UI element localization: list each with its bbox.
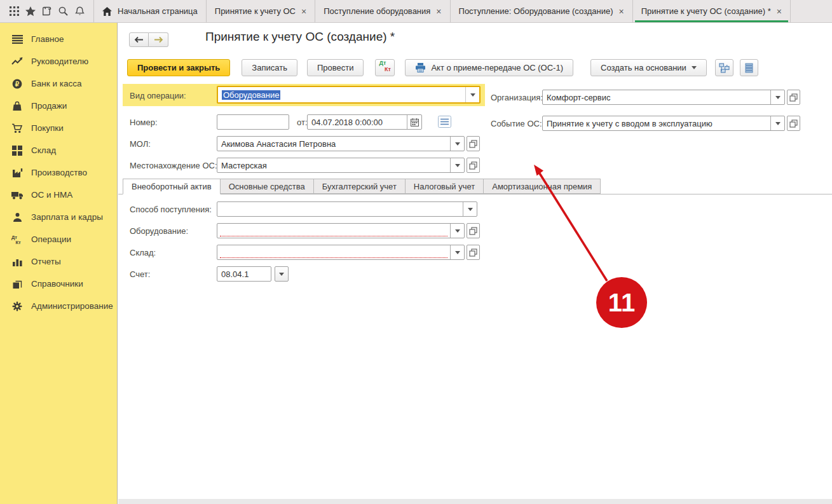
favorites-star-icon[interactable]	[24, 5, 37, 18]
sidebar-item-bank-cash[interactable]: ₽ Банк и касса	[0, 72, 117, 95]
organization-field[interactable]: Комфорт-сервис	[542, 90, 785, 105]
sidebar-item-fixed-assets[interactable]: ОС и НМА	[0, 184, 117, 206]
home-icon	[102, 7, 112, 16]
date-field[interactable]: 04.07.2018 0:00:00	[307, 114, 422, 130]
dropdown-button[interactable]	[450, 224, 464, 238]
printer-icon	[415, 63, 426, 72]
tab-fixed-assets[interactable]: Основные средства	[220, 179, 314, 194]
tab-accounting[interactable]: Бухгалтерский учет	[313, 179, 406, 194]
annotation-arrowhead	[534, 165, 543, 176]
sidebar-item-directories[interactable]: Справочники	[0, 273, 117, 295]
kt-label: Кт	[385, 66, 391, 72]
gear-icon	[10, 301, 24, 312]
sidebar-item-label: Производство	[31, 168, 87, 177]
tab-acceptance-list[interactable]: Принятие к учету ОС ×	[207, 0, 315, 22]
svg-text:₽: ₽	[15, 80, 20, 87]
tab-tax-accounting[interactable]: Налоговый учет	[405, 179, 484, 194]
receipt-method-field[interactable]	[217, 201, 477, 217]
dropdown-button[interactable]	[450, 158, 464, 172]
close-icon[interactable]: ×	[301, 6, 306, 17]
sidebar-item-main[interactable]: Главное	[0, 28, 117, 50]
calendar-button[interactable]	[407, 115, 421, 129]
dt-label: Дт	[379, 60, 386, 66]
mol-field[interactable]: Акимова Анастасия Петровна	[217, 136, 465, 151]
bottom-scroll-strip[interactable]	[118, 499, 832, 504]
create-based-on-label: Создать на основании	[601, 63, 686, 72]
tab-noncurrent-asset[interactable]: Внеоборотный актив	[123, 179, 221, 194]
sidebar-item-label: Склад	[31, 146, 56, 155]
open-link-icon	[469, 161, 477, 170]
warehouse-open-button[interactable]	[467, 245, 480, 260]
notifications-bell-icon[interactable]	[73, 5, 86, 18]
calendar-icon	[411, 118, 419, 126]
equipment-field[interactable]	[217, 223, 465, 238]
mol-open-button[interactable]	[467, 136, 480, 151]
account-dropdown-button[interactable]	[275, 266, 289, 282]
search-icon[interactable]	[57, 5, 69, 18]
tab-acceptance-new-active[interactable]: Принятие к учету ОС (создание) * ×	[633, 0, 791, 22]
operation-type-field[interactable]: Оборудование	[217, 86, 481, 104]
sidebar-item-warehouse[interactable]: Склад	[0, 139, 117, 161]
post-and-close-button[interactable]: Провести и закрыть	[127, 59, 230, 76]
organization-open-button[interactable]	[787, 90, 800, 105]
page-title: Принятие к учету ОС (создание) *	[205, 30, 395, 44]
dropdown-button[interactable]	[450, 137, 464, 151]
history-icon[interactable]	[41, 5, 53, 18]
location-field[interactable]: Мастерская	[217, 158, 465, 173]
close-icon[interactable]: ×	[777, 6, 782, 17]
sidebar-item-reports[interactable]: Отчеты	[0, 250, 117, 273]
tab-equipment-receipt-list[interactable]: Поступление оборудования ×	[315, 0, 450, 22]
dropdown-button[interactable]	[463, 202, 477, 216]
equipment-open-button[interactable]	[467, 223, 480, 238]
shopping-bag-icon	[10, 100, 24, 112]
related-documents-button[interactable]	[715, 59, 733, 76]
open-link-icon	[789, 119, 798, 128]
document-form: Принятие к учету ОС (создание) * Провест…	[118, 24, 832, 504]
apps-menu-icon[interactable]	[8, 5, 20, 18]
create-based-on-button[interactable]: Создать на основании	[590, 59, 707, 76]
print-act-button[interactable]: Акт о приеме-передаче ОС (ОС-1)	[405, 59, 573, 76]
account-field[interactable]: 08.04.1	[217, 266, 271, 282]
location-label: Местонахождение ОС:	[130, 161, 217, 170]
warehouse-field[interactable]	[217, 245, 465, 260]
books-icon	[10, 278, 24, 290]
forward-button[interactable]	[149, 32, 168, 47]
close-icon[interactable]: ×	[436, 6, 441, 17]
close-icon[interactable]: ×	[619, 6, 624, 17]
dropdown-button[interactable]	[450, 245, 464, 259]
dropdown-button[interactable]	[465, 87, 479, 102]
sidebar-item-administration[interactable]: Администрирование	[0, 295, 117, 317]
blocks-grid-icon	[10, 145, 24, 156]
open-link-icon	[469, 140, 477, 148]
svg-text:Кт: Кт	[16, 240, 22, 245]
sidebar-item-production[interactable]: Производство	[0, 161, 117, 184]
sidebar-item-salary-hr[interactable]: Зарплата и кадры	[0, 206, 117, 228]
os-event-open-button[interactable]	[787, 116, 800, 131]
write-button[interactable]: Записать	[242, 59, 297, 76]
sidebar-item-operations[interactable]: ДтКт Операции	[0, 228, 117, 250]
document-journal-button[interactable]	[438, 116, 451, 130]
trend-icon	[10, 56, 24, 67]
tab-depreciation-bonus[interactable]: Амортизационная премия	[483, 179, 601, 194]
dtkt-postings-button[interactable]: Дт Кт	[375, 59, 395, 76]
post-button[interactable]: Провести	[307, 59, 364, 76]
organization-label: Организация:	[491, 93, 543, 102]
nav-history-buttons	[129, 32, 168, 47]
sidebar-item-purchases[interactable]: Покупки	[0, 117, 117, 139]
top-bar: Начальная страница Принятие к учету ОС ×…	[0, 0, 832, 23]
location-open-button[interactable]	[467, 158, 480, 173]
sidebar-item-manager[interactable]: Руководителю	[0, 50, 117, 72]
report-structure-button[interactable]	[740, 59, 758, 76]
number-field[interactable]	[217, 114, 289, 130]
tab-label: Поступление: Оборудование (создание)	[459, 6, 613, 16]
sidebar-item-sales[interactable]: Продажи	[0, 95, 117, 117]
chevron-down-icon	[692, 66, 697, 69]
tab-home[interactable]: Начальная страница	[94, 0, 207, 22]
os-event-field[interactable]: Принятие к учету с вводом в эксплуатацию	[542, 116, 785, 131]
cart-icon	[10, 123, 24, 134]
back-button[interactable]	[129, 32, 149, 47]
dropdown-button[interactable]	[770, 116, 784, 130]
factory-icon	[10, 167, 24, 179]
tab-receipt-equipment-new[interactable]: Поступление: Оборудование (создание) ×	[451, 0, 633, 22]
dropdown-button[interactable]	[770, 90, 784, 104]
